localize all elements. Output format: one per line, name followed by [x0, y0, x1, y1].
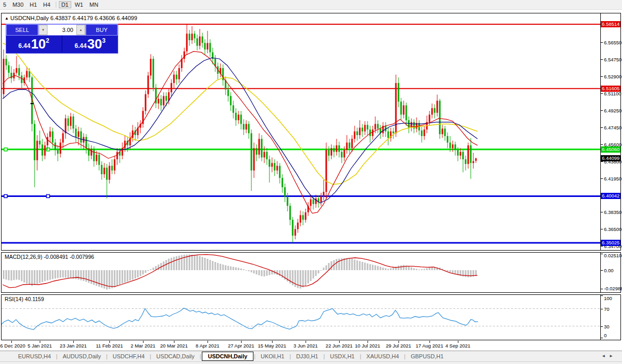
buy-price[interactable]: 6.44 30 3: [62, 36, 118, 52]
date-label: 22 Jun 2021: [326, 343, 353, 349]
price-axis-tick: [601, 229, 603, 229]
price-axis-tick: [601, 110, 603, 111]
rsi-chart[interactable]: [2, 295, 620, 339]
chart-title: ▲USDCNH,Daily 6.43837 6.44179 6.43606 6.…: [5, 15, 137, 21]
timeframe-M30[interactable]: M30: [10, 1, 26, 8]
horizontal-lines[interactable]: [2, 24, 600, 243]
price-axis-label: 6.41950: [604, 176, 621, 181]
rsi-axis-label: 100: [604, 295, 612, 301]
candles[interactable]: [3, 24, 477, 242]
rsi-axis-label: 70: [604, 306, 610, 312]
tab-USDCAD,Daily[interactable]: USDCAD,Daily: [152, 352, 199, 360]
price-axis-tick: [601, 212, 603, 212]
chart-ohlc: 6.43837 6.44179 6.43606 6.44099: [51, 15, 137, 21]
date-label: 5 Jan 2021: [27, 343, 52, 349]
tab-GBPUSD,H1[interactable]: GBPUSD,H1: [406, 352, 449, 360]
price-axis-tick: [601, 246, 603, 246]
toolbar-separator: [56, 2, 56, 8]
rsi-axis-tick: [601, 309, 603, 309]
tab-DJ30,H1[interactable]: DJ30,H1: [292, 352, 323, 360]
timeframe-5[interactable]: 5: [1, 1, 9, 8]
price-axis-label: 6.36500: [604, 226, 621, 232]
mt4-window: 5M30H1H4D1W1MN ▲USDCNH,Daily 6.43837 6.4…: [0, 0, 622, 364]
timeframe-H4[interactable]: H4: [41, 1, 53, 8]
date-label: 17 Aug 2021: [416, 343, 443, 349]
rsi-axis-tick: [601, 326, 603, 327]
price-axis-tick: [601, 178, 603, 179]
price-axis-label: 6.52900: [604, 74, 621, 79]
hline-handle[interactable]: [4, 194, 7, 197]
hline-handle[interactable]: [46, 194, 50, 197]
rsi-axis-line: [600, 295, 601, 340]
tab-separator: |: [150, 353, 151, 359]
macd-axis-line: [600, 253, 601, 292]
tab-UKOil,H1[interactable]: UKOil,H1: [256, 352, 289, 360]
rsi-axis-tick: [601, 338, 603, 338]
timeframe-W1[interactable]: W1: [72, 1, 86, 8]
hline-handle[interactable]: [4, 148, 7, 151]
price-axis-line: [600, 13, 601, 250]
date-label: 2 Mar 2021: [131, 343, 155, 349]
date-axis: 16 Dec 20205 Jan 202123 Jan 202111 Feb 2…: [1, 341, 600, 350]
volume-up-icon[interactable]: ▴: [76, 25, 85, 35]
date-label: 10 Jul 2021: [355, 343, 380, 349]
macd-axis-tick: [601, 270, 603, 271]
price-axis-tick: [601, 127, 603, 128]
date-label: 11 Feb 2021: [96, 343, 123, 349]
tab-separator: |: [56, 353, 58, 359]
sell-price[interactable]: 6.44 10 2: [6, 36, 61, 52]
buy-price-base: 6.44: [75, 42, 87, 49]
volume-down-icon[interactable]: ▾: [39, 25, 47, 35]
sell-button[interactable]: SELL: [6, 24, 38, 36]
price-axis-tick: [601, 59, 603, 60]
buy-price-sup: 3: [102, 37, 106, 44]
volume-input[interactable]: 3.00: [47, 25, 76, 35]
timeframe-H1[interactable]: H1: [27, 1, 40, 8]
rsi-line: [2, 308, 478, 330]
date-label: 20 Mar 2021: [160, 343, 187, 349]
macd-axis-label: -0.02988: [604, 286, 622, 291]
timeframe-D1[interactable]: D1: [59, 1, 71, 8]
macd-label: MACD(12,26,9) -0.008491 -0.007996: [5, 254, 94, 260]
one-click-trading-panel: SELL ▾ 3.00 ▴ BUY 6.44 10 2 6.44 30: [6, 24, 118, 54]
tab-separator: |: [106, 353, 107, 359]
tab-separator: |: [323, 353, 325, 359]
price-axis-tick: [601, 93, 603, 94]
tab-AUDUSD,Daily[interactable]: AUDUSD,Daily: [58, 352, 105, 360]
tab-USDCNH,Daily[interactable]: USDCNH,Daily: [202, 352, 253, 361]
timeframe-MN[interactable]: MN: [87, 1, 101, 8]
hline-handle[interactable]: [46, 148, 50, 151]
date-label: 8 Apr 2021: [196, 343, 219, 349]
scroll-left-icon[interactable]: ◄: [601, 354, 609, 358]
tab-USDX,H1[interactable]: USDX,H1: [325, 352, 359, 360]
scroll-right-icon[interactable]: ►: [609, 354, 617, 358]
macd-chart[interactable]: [2, 253, 620, 291]
timeframe-toolbar: 5M30H1H4D1W1MN: [0, 0, 622, 10]
tab-EURUSD,H4[interactable]: EURUSD,H4: [13, 352, 56, 360]
price-axis-tick: [601, 42, 603, 43]
date-label: 15 May 2021: [258, 343, 286, 349]
volume-stepper: ▾ 3.00 ▴: [38, 24, 86, 36]
rsi-pane[interactable]: RSI(14) 40.1159 10070300: [1, 294, 621, 340]
tab-XAUUSD,H4[interactable]: XAUUSD,H4: [362, 352, 404, 360]
buy-price-big: 30: [87, 37, 102, 51]
price-axis-label: 6.47450: [604, 125, 621, 130]
price-axis-label: 6.56550: [604, 40, 621, 45]
buy-button[interactable]: BUY: [86, 24, 118, 36]
tab-separator: |: [360, 353, 361, 359]
status-bar: [0, 361, 622, 364]
tab-USDCHF,H4[interactable]: USDCHF,H4: [108, 352, 149, 360]
dash-marker[interactable]: [30, 103, 34, 104]
collapse-icon[interactable]: ▲: [5, 16, 9, 21]
ma-fast-line: [3, 52, 477, 213]
chart-tabs: EURUSD,H4|AUDUSD,Daily|USDCHF,H4|USDCAD,…: [0, 351, 622, 361]
macd-axis-label: 0.00: [604, 268, 614, 273]
price-axis-tick: [601, 144, 603, 145]
rsi-axis-label: 30: [604, 324, 610, 329]
price-pane[interactable]: ▲USDCNH,Daily 6.43837 6.44179 6.43606 6.…: [1, 13, 621, 251]
macd-axis-tick: [601, 289, 603, 289]
macd-pane[interactable]: MACD(12,26,9) -0.008491 -0.007996 0.0251…: [1, 252, 621, 293]
tab-scroll-arrows[interactable]: ◄►: [601, 354, 617, 358]
date-label: 3 Jun 2021: [293, 343, 317, 349]
sell-price-base: 6.44: [19, 42, 30, 49]
